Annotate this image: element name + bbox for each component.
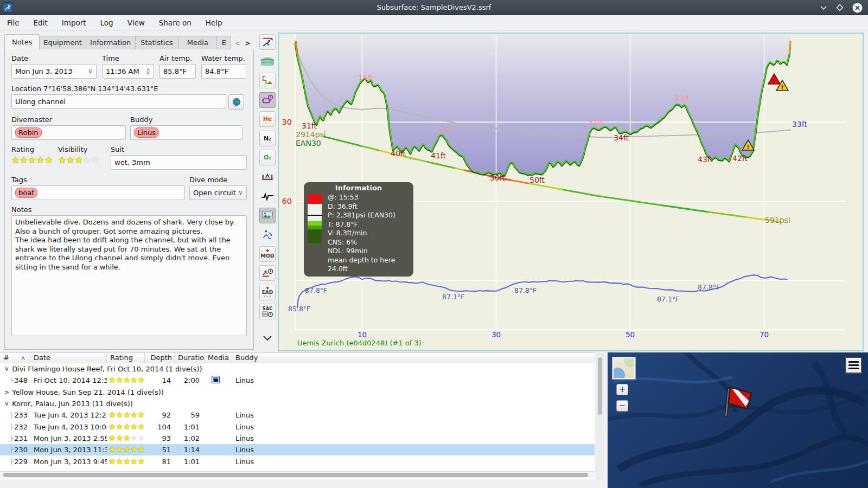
suit-label: Suit [111, 145, 247, 153]
menu-view[interactable]: View [120, 18, 152, 27]
gas-switch-icon [261, 229, 273, 241]
helium-graph-button[interactable]: He [259, 111, 276, 127]
table-row[interactable]: ├231 Mon Jun 3, 2013 2:59 PM ★★★★★ 93 1:… [0, 433, 595, 444]
dive-buddy: Linus [232, 434, 595, 442]
svg-text:34ft: 34ft [614, 133, 629, 142]
divemaster-input[interactable]: Robin [11, 125, 126, 140]
ruler-button[interactable] [259, 169, 276, 185]
column-header-duration[interactable]: Duration [175, 353, 205, 363]
nitrogen-graph-button[interactable]: N₂ [259, 131, 276, 146]
menu-help[interactable]: Help [199, 18, 229, 27]
tag-chip: boat [15, 188, 37, 198]
expand-chevron-icon[interactable]: > [3, 401, 10, 406]
map-menu-button[interactable] [845, 357, 862, 374]
salinity-button[interactable] [259, 54, 276, 69]
table-row[interactable]: ├232 Tue Jun 4, 2013 10:04 AM ★★★★★ 104 … [0, 421, 595, 432]
table-row[interactable]: ├229 Mon Jun 3, 2013 9:45 AM ★★★★★ 81 1:… [0, 455, 595, 467]
tab-information[interactable]: Information [86, 36, 136, 50]
suit-input[interactable]: wet, 3mm [111, 155, 247, 170]
expand-chevron-icon[interactable]: > [4, 389, 9, 396]
dive-depth: 104 [145, 423, 175, 431]
menu-import[interactable]: Import [55, 18, 93, 27]
tab-scroll-right-icon[interactable]: > [245, 39, 251, 47]
dive-rating-stars: ★★★★★ [107, 423, 145, 431]
tags-input[interactable]: boat [11, 185, 185, 200]
scrollbar-handle[interactable] [3, 473, 588, 477]
dive-mode-select[interactable]: Open circuit > [189, 185, 247, 200]
location-input[interactable]: Ulong channel [11, 94, 226, 109]
column-header-buddy[interactable]: Buddy [232, 353, 595, 363]
close-icon[interactable] [852, 3, 863, 13]
tank-bar-button[interactable] [259, 92, 276, 108]
visibility-stars[interactable]: ★★★★★ [58, 156, 111, 165]
minimize-icon[interactable] [820, 4, 827, 11]
svg-text:85.8°F: 85.8°F [288, 305, 310, 313]
tab-statistics[interactable]: Statistics [136, 36, 178, 50]
vertical-scrollbar[interactable] [597, 354, 603, 479]
mod-button[interactable]: MOD [259, 246, 276, 262]
column-header-date[interactable]: Date [30, 353, 107, 363]
horizontal-scrollbar[interactable] [0, 471, 595, 478]
ndl-button[interactable] [259, 265, 276, 281]
oxygen-graph-button[interactable]: O₂ [259, 150, 276, 165]
ead-button[interactable]: EAD(···) [259, 285, 276, 300]
table-row[interactable]: ├230 Mon Jun 3, 2013 11:36 AM ★★★★★ 51 1… [0, 444, 595, 455]
svg-text:43ft: 43ft [698, 155, 713, 164]
dive-number: 230 [13, 446, 30, 454]
gas-switch-button[interactable] [259, 227, 276, 242]
zoom-in-button[interactable]: + [616, 384, 628, 395]
menu-edit[interactable]: Edit [27, 18, 55, 27]
location-value: Ulong channel [15, 98, 66, 106]
tab-notes[interactable]: Notes [4, 34, 40, 50]
toolbar-scroll-down-button[interactable] [259, 331, 276, 346]
svg-text:10: 10 [358, 330, 367, 339]
notes-panel: Notes Equipment Information Statistics M… [4, 34, 254, 350]
table-row[interactable]: └348 Fri Oct 10, 2014 12:34 PM ★★★★★ 14 … [0, 375, 595, 386]
svg-text:35ft: 35ft [437, 126, 452, 134]
air-temp-field[interactable]: 85.8°F [159, 64, 196, 79]
diver-clock-icon [261, 267, 273, 279]
rating-stars[interactable]: ★★★★★ [11, 156, 58, 165]
heartrate-button[interactable] [259, 188, 276, 204]
globe-button[interactable] [228, 94, 244, 110]
menu-file[interactable]: File [0, 18, 27, 27]
column-header-number[interactable]: #> [0, 353, 30, 363]
maximize-icon[interactable] [836, 4, 844, 11]
svg-text:87.1°F: 87.1°F [657, 295, 679, 303]
map-type-button[interactable] [612, 357, 636, 380]
water-temp-field[interactable]: 84.8°F [201, 64, 246, 79]
info-row: NDL: 99min [328, 247, 413, 256]
time-stepper[interactable]: 11:36 AM >> [102, 64, 154, 79]
dive-site-map[interactable]: + − [608, 352, 868, 488]
trip-row[interactable]: > Koror, Palau, Jun 2013 (11 dive(s)) [0, 398, 595, 409]
dive-mode-toolbar-button[interactable] [259, 34, 276, 50]
expand-chevron-icon[interactable]: > [3, 367, 10, 371]
ceiling-button[interactable] [259, 73, 276, 88]
helium-icon: He [263, 115, 272, 123]
column-header-media[interactable]: Media [205, 353, 232, 363]
trip-row[interactable]: > Divi Flamingo House Reef, Fri Oct 10, … [0, 363, 595, 375]
sac-button[interactable]: SAC [259, 304, 276, 319]
trip-row[interactable]: > Yellow House, Sun Sep 21, 2014 (1 dive… [0, 387, 595, 398]
table-row[interactable]: ├233 Tue Jun 4, 2013 12:28 PM ★★★★★ 92 5… [0, 409, 595, 421]
tab-media[interactable]: Media [178, 36, 217, 50]
tab-equipment[interactable]: Equipment [40, 36, 86, 50]
menu-log[interactable]: Log [93, 18, 120, 27]
rating-label: Rating [11, 145, 58, 153]
svg-text:87.1°F: 87.1°F [442, 293, 464, 301]
titlebar[interactable]: Subsurface: SampleDivesV2.ssrf [0, 0, 868, 15]
suit-value: wet, 3mm [114, 158, 150, 166]
notes-textarea[interactable]: Unbelievable dive. Dozens and dozens of … [11, 215, 247, 336]
tab-scroll-left-icon[interactable]: < [234, 39, 240, 47]
tab-extra[interactable]: E [217, 36, 231, 50]
zoom-out-button[interactable]: − [616, 400, 628, 412]
scrollbar-handle[interactable] [598, 357, 602, 415]
date-select[interactable]: Mon Jun 3, 2013 > [11, 64, 97, 79]
dive-rating-stars: ★★★★★ [107, 458, 145, 466]
column-header-rating[interactable]: Rating [107, 353, 145, 363]
menu-share-on[interactable]: Share on [152, 18, 199, 27]
spin-down-icon[interactable]: > [146, 71, 150, 75]
photos-button[interactable] [259, 208, 276, 223]
buddy-input[interactable]: Linus [130, 125, 242, 140]
column-header-depth[interactable]: Depth [145, 353, 175, 363]
